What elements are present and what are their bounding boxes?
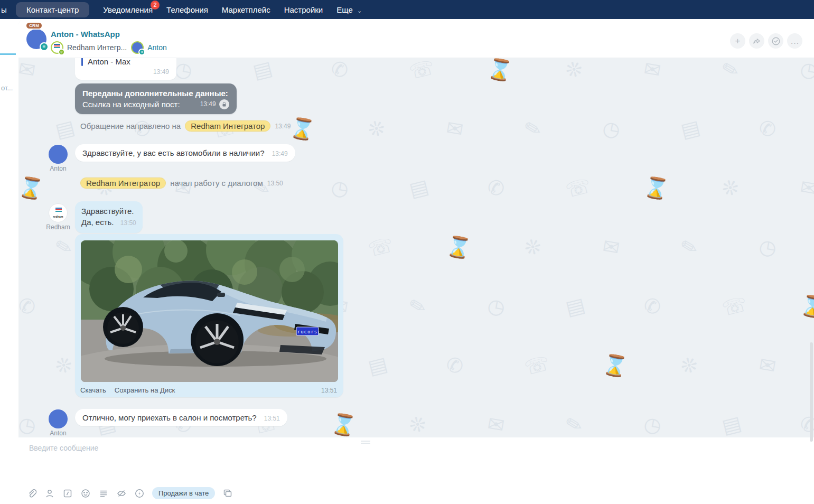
download-link[interactable]: Скачать — [80, 386, 106, 394]
author-name: Anton — [42, 430, 74, 437]
message-input[interactable] — [29, 444, 793, 481]
composer: Продажи в чате — [18, 437, 814, 504]
nav-tab-truncated[interactable]: ы — [1, 5, 8, 14]
event-text: Обращение направлено на — [80, 122, 181, 130]
mention-user-button[interactable] — [44, 488, 55, 499]
message-time: 13:51 — [264, 415, 280, 422]
chat-participants: ♕ Redham Интегр... ≡ Anton — [51, 41, 167, 54]
copy-icon — [222, 488, 233, 499]
message-time: 13:49 — [75, 66, 176, 80]
assignee-avatar: ♕ — [51, 41, 63, 54]
image-footer: Скачать Сохранить на Диск 13:51 — [79, 386, 339, 394]
header-actions: + … — [730, 33, 802, 49]
assignee-chip[interactable]: ♕ Redham Интегр... — [51, 41, 127, 54]
insert-quote-button[interactable] — [62, 488, 73, 499]
system-line-2: Ссылка на исходный пост: — [82, 99, 180, 110]
attach-file-button[interactable] — [26, 488, 37, 499]
nav-tab-marketplace[interactable]: Маркетплейс — [222, 5, 270, 14]
canned-replies-button[interactable] — [98, 488, 109, 499]
avatar[interactable] — [49, 145, 68, 164]
left-rail: от... — [0, 19, 18, 504]
message-author: redham Redham — [42, 203, 74, 231]
message-system-data: Переданы дополнительные данные: Ссылка н… — [75, 83, 237, 114]
message-time: 13:51 — [321, 387, 337, 394]
redham-logo-icon — [54, 44, 60, 49]
lightning-icon — [134, 488, 145, 499]
author-name: Anton — [42, 165, 74, 172]
sales-in-chat-button[interactable]: Продажи в чате — [152, 487, 215, 499]
redham-logo-text: redham — [49, 215, 67, 218]
save-to-drive-link[interactable]: Сохранить на Диск — [115, 386, 175, 394]
list-icon — [98, 488, 109, 499]
crown-badge-icon: ♕ — [58, 49, 65, 55]
copy-button[interactable] — [222, 488, 233, 499]
scrollbar[interactable] — [810, 342, 813, 442]
emoji-button[interactable] — [80, 488, 91, 499]
chat-title: Anton - WhatsApp — [51, 30, 120, 39]
message-operator: Здравствуйте. Да, есть. 13:50 — [75, 201, 143, 233]
event-dialog-start: Redham Интегратор начал работу с диалого… — [80, 178, 283, 189]
top-nav: ы Контакт-центр Уведомления 2 Телефония … — [0, 0, 814, 19]
message-author: Anton — [42, 409, 74, 437]
message-image: rucors Скачать Сохранить на Диск 13:51 — [75, 234, 343, 397]
avatar[interactable] — [49, 409, 68, 428]
nav-tab-notifications[interactable]: Уведомления 2 — [103, 5, 153, 14]
chat-panel: CRM ≡ Anton - WhatsApp ♕ Redham Интегр..… — [18, 19, 814, 504]
license-plate-text: rucors — [297, 329, 317, 334]
notifications-count-badge: 2 — [151, 1, 160, 10]
event-time: 13:49 — [275, 123, 291, 130]
event-transfer: Обращение направлено на Redham Интеграто… — [80, 120, 291, 132]
forward-icon — [752, 36, 761, 45]
forward-button[interactable] — [749, 33, 764, 49]
rail-truncated-text: от... — [1, 84, 13, 92]
smiley-icon — [80, 488, 91, 499]
author-name: Redham — [42, 223, 74, 231]
lock-icon — [219, 99, 229, 109]
message-list: ✉✎◷▤✆☏⌛❊✉✎◷▤✆☏⌛❊✉✎◷▤✆☏⌛❊✉✎◷▤✆☏⌛❊✉✎◷▤✆☏⌛❊… — [18, 58, 814, 437]
chevron-down-icon: ⌄ — [357, 7, 362, 14]
crm-badge: CRM — [25, 22, 43, 30]
add-user-button[interactable]: + — [730, 33, 745, 49]
channel-badge-icon: ≡ — [138, 49, 145, 55]
channel-badge-icon: ≡ — [40, 42, 49, 51]
quote-icon — [62, 488, 73, 499]
rail-active-tab-indicator — [0, 53, 16, 55]
message-quoted-partial: Anton - Max 13:49 — [75, 58, 176, 80]
nav-tab-more[interactable]: Еще ⌄ — [336, 5, 362, 14]
mark-done-button[interactable] — [768, 33, 783, 49]
user-pill[interactable]: Redham Интегратор — [185, 120, 270, 132]
event-time: 13:50 — [267, 180, 283, 187]
message-incoming: Отлично, могу приехать в салон и посмотр… — [75, 409, 287, 426]
chat-header: CRM ≡ Anton - WhatsApp ♕ Redham Интегр..… — [18, 19, 814, 58]
eye-off-icon — [116, 488, 127, 499]
message-text: Да, есть. — [81, 218, 114, 227]
nav-tab-contact-center[interactable]: Контакт-центр — [16, 2, 89, 17]
client-avatar: ≡ — [131, 41, 144, 54]
message-text: Отлично, могу приехать в салон и посмотр… — [82, 413, 257, 422]
redham-logo-icon — [55, 208, 62, 212]
message-incoming: Здравствуйте, у вас есть автомобили в на… — [75, 144, 295, 162]
message-author: Anton — [42, 145, 74, 172]
message-time: 13:49 — [272, 150, 288, 157]
chat-avatar[interactable]: CRM ≡ — [26, 29, 46, 49]
quick-actions-button[interactable] — [134, 488, 145, 499]
more-options-button[interactable]: … — [787, 33, 802, 49]
message-text: Здравствуйте, у вас есть автомобили в на… — [82, 148, 265, 157]
quote-bar — [81, 58, 83, 66]
nav-tab-settings[interactable]: Настройки — [284, 5, 323, 14]
hidden-message-button[interactable] — [116, 488, 127, 499]
check-circle-icon — [771, 36, 781, 46]
paperclip-icon — [26, 488, 37, 499]
client-name: Anton — [147, 43, 167, 52]
client-chip[interactable]: ≡ Anton — [131, 41, 167, 54]
system-line-1: Переданы дополнительные данные: — [82, 88, 229, 99]
avatar[interactable]: redham — [49, 203, 68, 222]
event-text: начал работу с диалогом — [170, 179, 263, 188]
car-photo[interactable]: rucors — [81, 240, 338, 382]
message-time: 13:49 — [200, 99, 216, 110]
user-pill[interactable]: Redham Интегратор — [80, 178, 166, 189]
nav-tab-telephony[interactable]: Телефония — [166, 5, 208, 14]
assignee-name: Redham Интегр... — [67, 43, 127, 52]
message-time: 13:50 — [120, 219, 136, 227]
message-text: Здравствуйте. — [81, 206, 136, 217]
